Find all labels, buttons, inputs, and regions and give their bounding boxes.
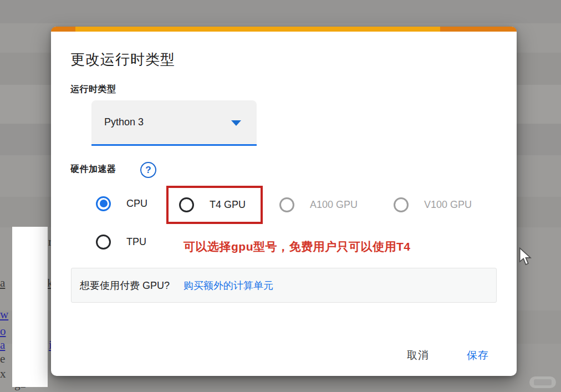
dialog-actions: 取消 保存 <box>401 345 494 366</box>
progress-segment-right <box>440 27 517 32</box>
watermark-glyphs <box>534 379 552 385</box>
background-band <box>0 0 561 23</box>
chevron-down-icon <box>231 120 241 126</box>
radio-option-tpu[interactable]: TPU <box>96 232 146 251</box>
save-button[interactable]: 保存 <box>461 345 494 366</box>
radio-option-v100-gpu[interactable]: V100 GPU <box>394 195 472 214</box>
paid-gpu-question: 想要使用付费 GPU? <box>80 279 170 292</box>
radio-option-label: V100 GPU <box>424 199 472 211</box>
radio-option-label: TPU <box>126 236 146 248</box>
background-link-fragment: w <box>0 309 8 320</box>
radio-option-t4-gpu[interactable]: T4 GPU <box>179 195 246 214</box>
background-text-fragment: a <box>0 277 5 289</box>
dialog-top-progress-bar <box>51 27 517 32</box>
buy-compute-units-link[interactable]: 购买额外的计算单元 <box>183 279 273 292</box>
hardware-accelerator-label: 硬件加速器 <box>70 164 116 175</box>
help-icon[interactable]: ? <box>140 162 156 178</box>
runtime-type-label: 运行时类型 <box>70 84 116 95</box>
radio-option-label: CPU <box>126 198 147 210</box>
radio-option-label: T4 GPU <box>210 199 246 211</box>
progress-segment-middle <box>75 27 440 32</box>
background-text-fragment: e <box>0 353 5 365</box>
help-icon-glyph: ? <box>145 165 151 176</box>
radio-button-icon[interactable] <box>96 196 111 211</box>
runtime-type-dropdown[interactable]: Python 3 <box>91 100 257 146</box>
background-link-fragment: o <box>0 325 6 337</box>
radio-button-icon[interactable] <box>279 197 294 212</box>
mouse-cursor-icon <box>519 247 536 266</box>
progress-segment-left <box>51 27 75 32</box>
radio-option-label: A100 GPU <box>310 199 358 211</box>
radio-button-icon[interactable] <box>96 235 111 250</box>
white-cover-box <box>12 227 48 387</box>
radio-option-cpu[interactable]: CPU <box>96 194 147 213</box>
runtime-type-selected-value: Python 3 <box>104 116 144 128</box>
watermark-badge <box>529 376 556 388</box>
radio-button-icon[interactable] <box>394 197 409 212</box>
dialog-title: 更改运行时类型 <box>70 50 175 69</box>
radio-button-icon[interactable] <box>179 197 194 212</box>
background-text-fragment: x <box>0 368 6 380</box>
cancel-button[interactable]: 取消 <box>401 345 435 366</box>
background-link-fragment: a <box>0 339 5 351</box>
radio-option-a100-gpu[interactable]: A100 GPU <box>279 195 358 214</box>
annotation-text: 可以选择gpu型号，免费用户只可以使用T4 <box>183 239 411 254</box>
paid-gpu-banner: 想要使用付费 GPU? 购买额外的计算单元 <box>71 268 497 303</box>
change-runtime-type-dialog: 更改运行时类型 运行时类型 Python 3 硬件加速器 ? CPU T4 GP… <box>51 27 517 376</box>
